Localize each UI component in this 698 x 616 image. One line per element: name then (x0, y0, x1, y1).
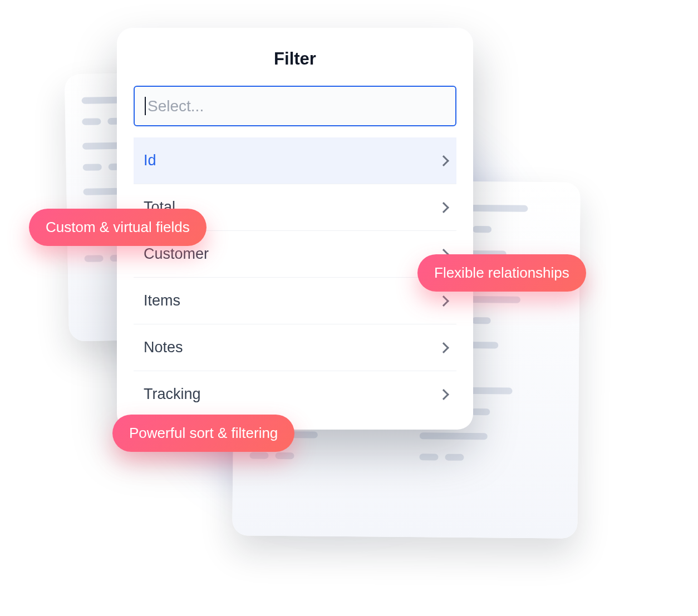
chevron-right-icon (438, 342, 449, 353)
filter-option-label: Notes (144, 339, 183, 356)
filter-option-label: Id (144, 152, 156, 169)
filter-title: Filter (134, 49, 456, 69)
filter-select-placeholder: Select... (148, 97, 204, 115)
text-caret (145, 97, 146, 115)
filter-option-id[interactable]: Id (134, 137, 456, 184)
feature-badge-flexible-relationships: Flexible relationships (417, 254, 586, 292)
chevron-right-icon (438, 389, 449, 400)
filter-select-input[interactable]: Select... (134, 86, 456, 126)
feature-badge-custom-virtual-fields: Custom & virtual fields (29, 209, 207, 246)
filter-option-label: Tracking (144, 386, 201, 403)
chevron-right-icon (438, 155, 449, 166)
filter-option-items[interactable]: Items (134, 278, 456, 324)
filter-option-tracking[interactable]: Tracking (134, 371, 456, 417)
chevron-right-icon (438, 295, 449, 307)
filter-option-notes[interactable]: Notes (134, 324, 456, 371)
filter-option-label: Customer (144, 245, 209, 263)
feature-badge-powerful-sort-filtering: Powerful sort & filtering (112, 415, 294, 452)
filter-option-label: Items (144, 292, 180, 309)
chevron-right-icon (438, 202, 449, 213)
